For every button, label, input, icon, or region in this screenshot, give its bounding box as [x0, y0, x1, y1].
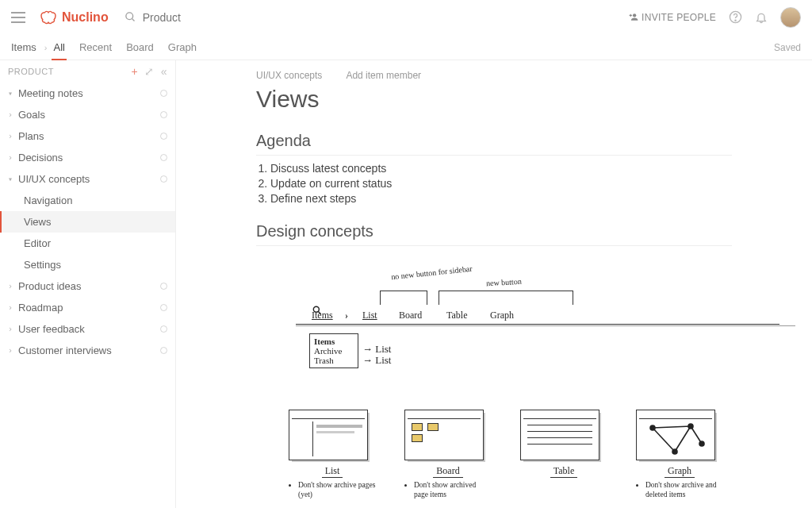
thumb-table: Table — [520, 410, 607, 500]
sidebar-item[interactable]: ›Plans — [0, 125, 175, 147]
sketch-tab: List — [362, 310, 377, 321]
svg-point-0 — [126, 13, 133, 20]
svg-point-12 — [688, 424, 693, 429]
sketch-divider — [296, 324, 779, 325]
tab-all[interactable]: All — [53, 41, 64, 53]
agenda-item: Discuss latest concepts — [270, 162, 732, 175]
search-input[interactable] — [141, 10, 300, 25]
section-agenda: Agenda — [256, 132, 732, 156]
sketch-thumbnails: List Don't show archive pages (yet) Boar… — [280, 410, 732, 500]
sidebar: PRODUCT + ⤢ « ▾Meeting notes›Goals›Plans… — [0, 60, 176, 508]
menu-icon[interactable] — [11, 12, 25, 23]
sidebar-tree: ▾Meeting notes›Goals›Plans›Decisions▾UI/… — [0, 83, 175, 361]
thumb-graph: Graph Don't show archive and deleted ite… — [636, 410, 723, 500]
agenda-list: Discuss latest concepts Update on curren… — [270, 162, 732, 205]
sidebar-child-item[interactable]: Views — [0, 211, 175, 233]
invite-people-button[interactable]: INVITE PEOPLE — [628, 12, 716, 23]
sketch-tab: Items — [312, 310, 333, 321]
sidebar-child-item[interactable]: Settings — [0, 254, 175, 275]
breadcrumb-root[interactable]: Items — [11, 41, 36, 53]
add-icon[interactable]: + — [132, 65, 139, 78]
sketch-chevron: › — [345, 310, 348, 321]
help-icon[interactable] — [729, 10, 742, 24]
tab-recent[interactable]: Recent — [79, 41, 112, 53]
sketch-tab: Board — [399, 310, 422, 321]
header-actions: INVITE PEOPLE — [628, 7, 801, 28]
bell-icon[interactable] — [755, 11, 768, 24]
sidebar-item[interactable]: ›Product ideas — [0, 275, 175, 297]
svg-point-2 — [633, 13, 636, 17]
svg-point-11 — [650, 425, 655, 430]
content-area: ⋮ UI/UX concepts Add item member Views A… — [176, 60, 812, 508]
svg-point-14 — [699, 441, 704, 446]
expand-icon[interactable]: ⤢ — [144, 65, 155, 78]
topbar: Nuclino INVITE PEOPLE — [0, 0, 812, 35]
sidebar-item[interactable]: ▾UI/UX concepts — [0, 168, 175, 190]
section-design: Design concepts — [256, 222, 732, 246]
sidebar-item[interactable]: ▾Meeting notes — [0, 83, 175, 104]
sketch-tab: Graph — [490, 310, 514, 321]
sidebar-item[interactable]: ›Decisions — [0, 147, 175, 168]
svg-line-1 — [132, 18, 134, 21]
collapse-sidebar-icon[interactable]: « — [161, 65, 167, 78]
svg-line-7 — [653, 426, 691, 428]
avatar[interactable] — [780, 7, 801, 28]
tab-graph[interactable]: Graph — [168, 41, 197, 53]
sketch-bracket — [380, 291, 427, 305]
svg-line-9 — [675, 426, 691, 452]
page-title: Views — [256, 86, 732, 113]
app-name: Nuclino — [62, 10, 109, 25]
sidebar-item[interactable]: ›User feedback — [0, 318, 175, 340]
person-add-icon — [628, 12, 638, 22]
app-logo[interactable]: Nuclino — [40, 10, 109, 25]
svg-line-10 — [691, 426, 702, 444]
sketch-note: no new button for sidebar — [391, 264, 473, 282]
svg-point-4 — [735, 20, 736, 21]
tab-board[interactable]: Board — [126, 41, 154, 53]
thumb-board: Board Don't show archived page items — [404, 410, 492, 500]
brain-icon — [40, 10, 57, 25]
svg-line-8 — [653, 428, 675, 452]
sidebar-heading: PRODUCT + ⤢ « — [0, 60, 175, 83]
add-item-member[interactable]: Add item member — [346, 70, 421, 81]
sketch-arrow: → List — [362, 354, 391, 367]
sketch-dropdown: Items Archive Trash — [309, 333, 358, 368]
sketch-tab: Table — [446, 310, 467, 321]
sidebar-child-item[interactable]: Editor — [0, 233, 175, 254]
doc-crumbs: UI/UX concepts Add item member — [256, 70, 732, 81]
thumb-list: List Don't show archive pages (yet) — [289, 410, 376, 500]
search-icon — [124, 11, 136, 23]
chevron-right-icon: › — [44, 43, 48, 52]
tabbar: Items › All Recent Board Graph Saved — [0, 35, 812, 60]
sidebar-item[interactable]: ›Customer interviews — [0, 340, 175, 361]
sidebar-item[interactable]: ›Goals — [0, 104, 175, 125]
sketch-divider — [296, 325, 795, 326]
svg-point-13 — [672, 449, 677, 454]
doc-breadcrumb[interactable]: UI/UX concepts — [256, 70, 322, 81]
agenda-item: Update on current status — [270, 177, 732, 190]
search[interactable] — [124, 10, 628, 25]
sketch-area: no new button for sidebar new button Ite… — [256, 260, 732, 500]
sidebar-item[interactable]: ›Roadmap — [0, 297, 175, 318]
sketch-note: new button — [486, 277, 522, 287]
sidebar-child-item[interactable]: Navigation — [0, 190, 175, 211]
save-status: Saved — [774, 42, 801, 53]
agenda-item: Define next steps — [270, 192, 732, 205]
sketch-bracket — [439, 291, 573, 305]
